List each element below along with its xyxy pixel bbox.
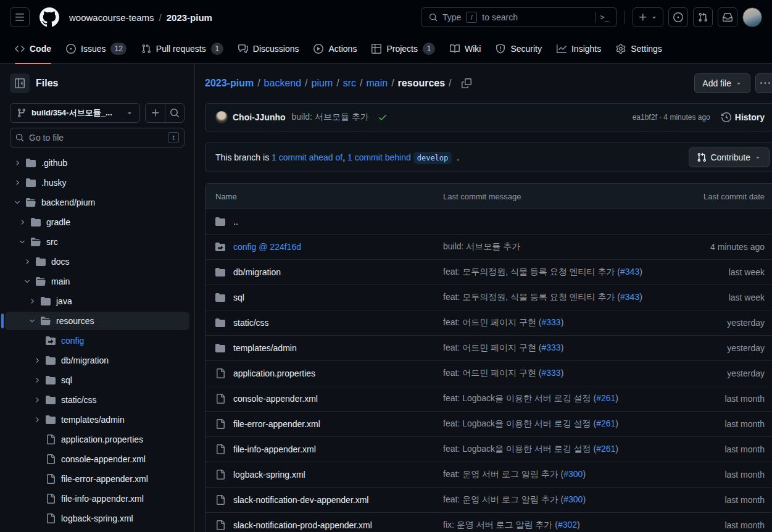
tree-chevron-icon[interactable] bbox=[33, 396, 46, 404]
tree-item-docs[interactable]: docs bbox=[5, 252, 189, 271]
file-name-link[interactable]: templates/admin bbox=[233, 343, 297, 353]
tree-item-src[interactable]: src bbox=[5, 233, 189, 251]
tree-chevron-icon[interactable] bbox=[33, 416, 46, 423]
issue-link[interactable]: #261 bbox=[596, 393, 615, 403]
tree-chevron-icon[interactable] bbox=[33, 357, 46, 364]
tree-item-sql[interactable]: sql bbox=[5, 371, 189, 389]
tree-chevron-icon[interactable] bbox=[14, 179, 26, 186]
tab-wiki[interactable]: Wiki bbox=[445, 35, 486, 64]
file-name-link[interactable]: file-error-appender.xml bbox=[233, 419, 320, 429]
issues-global-button[interactable] bbox=[668, 7, 688, 27]
table-row-file-info-appender[interactable]: file-info-appender.xml feat: Logback을 이용… bbox=[205, 436, 772, 462]
tree-item-templates-admin[interactable]: templates/admin bbox=[5, 410, 189, 429]
issue-link[interactable]: #333 bbox=[541, 343, 560, 352]
issue-link[interactable]: #261 bbox=[596, 444, 615, 454]
tab-insights[interactable]: Insights bbox=[552, 35, 606, 64]
tree-chevron-icon[interactable] bbox=[14, 199, 26, 206]
issue-link[interactable]: #300 bbox=[563, 469, 583, 479]
row-commit-message-link[interactable]: feat: 운영 서버 로그 알림 추가 ( bbox=[443, 494, 563, 504]
tree-item-main[interactable]: main bbox=[5, 272, 189, 291]
table-row-slack-notification-prod[interactable]: slack-notification-prod-appender.xml fix… bbox=[205, 512, 772, 532]
tree-item-resources[interactable]: resources bbox=[5, 312, 189, 330]
table-row-application-properties[interactable]: application.properties feat: 어드민 페이지 구현 … bbox=[205, 360, 772, 386]
tab-projects[interactable]: Projects 1 bbox=[367, 35, 440, 64]
behind-commits-link[interactable]: 1 commit behind bbox=[347, 152, 411, 162]
file-name-link[interactable]: config @ 224f16d bbox=[233, 242, 301, 252]
row-commit-message-link[interactable]: feat: 운영 서버 로그 알림 추가 ( bbox=[443, 469, 563, 479]
tree-item-static-css[interactable]: static/css bbox=[5, 391, 189, 409]
tab-settings[interactable]: Settings bbox=[611, 35, 667, 64]
tree-chevron-icon[interactable] bbox=[23, 278, 36, 285]
copy-path-button[interactable] bbox=[458, 75, 475, 92]
row-commit-message-link[interactable]: fix: 운영 서버 로그 알림 추가 ( bbox=[443, 520, 558, 530]
tree-chevron-icon[interactable] bbox=[33, 376, 46, 384]
tree-item-logback-spring[interactable]: logback-spring.xml bbox=[5, 509, 189, 528]
tab-actions[interactable]: Actions bbox=[309, 35, 362, 64]
collapse-sidebar-button[interactable] bbox=[10, 73, 30, 93]
create-new-button[interactable] bbox=[633, 7, 663, 27]
tree-item-husky[interactable]: .husky bbox=[5, 173, 189, 192]
tab-code[interactable]: Code bbox=[10, 35, 56, 64]
commit-sha-time[interactable]: ea1bf2f · 4 minutes ago bbox=[633, 113, 710, 122]
file-name-link[interactable]: .. bbox=[233, 217, 238, 227]
branch-selector[interactable]: build/354-서브모듈_... bbox=[10, 103, 140, 123]
add-file-button[interactable]: Add file bbox=[694, 73, 750, 93]
search-input[interactable]: Type / to search >_ bbox=[421, 7, 617, 27]
issue-link[interactable]: #302 bbox=[558, 520, 577, 530]
tree-item-backend-pium[interactable]: backend/pium bbox=[5, 193, 189, 212]
row-commit-message-link[interactable]: feat: 모두의정원, 식물 등록 요청 엔티티 추가 ( bbox=[443, 292, 620, 302]
commit-author[interactable]: Choi-JJunho bbox=[233, 112, 286, 122]
tab-discussions[interactable]: Discussions bbox=[233, 35, 304, 64]
table-row-parent[interactable]: .. bbox=[205, 209, 772, 234]
row-commit-message-link[interactable]: feat: 모두의정원, 식물 등록 요청 엔티티 추가 ( bbox=[443, 267, 620, 276]
file-name-link[interactable]: static/css bbox=[233, 318, 269, 328]
file-name-link[interactable]: slack-notification-prod-appender.xml bbox=[233, 520, 372, 530]
issue-link[interactable]: #333 bbox=[541, 317, 560, 327]
tree-item-github[interactable]: .github bbox=[5, 154, 189, 172]
issue-link[interactable]: #333 bbox=[541, 368, 560, 378]
column-header-name[interactable]: Name bbox=[205, 192, 443, 201]
user-avatar[interactable] bbox=[742, 7, 762, 27]
go-to-file-field[interactable]: t bbox=[10, 128, 185, 148]
github-logo[interactable] bbox=[39, 7, 59, 27]
tree-chevron-icon[interactable] bbox=[19, 238, 31, 246]
table-row-file-error-appender[interactable]: file-error-appender.xml feat: Logback을 이… bbox=[205, 411, 772, 436]
file-name-link[interactable]: console-appender.xml bbox=[233, 394, 318, 404]
file-name-link[interactable]: file-info-appender.xml bbox=[233, 444, 316, 454]
table-row-slack-notification-dev[interactable]: slack-notification-dev-appender.xml feat… bbox=[205, 487, 772, 512]
checks-status-icon[interactable] bbox=[378, 112, 388, 122]
file-name-link[interactable]: slack-notification-dev-appender.xml bbox=[233, 495, 368, 505]
row-commit-message-link[interactable]: feat: Logback을 이용한 서버 로깅 설정 ( bbox=[443, 393, 596, 403]
file-name-link[interactable]: sql bbox=[233, 293, 244, 302]
history-button[interactable]: History bbox=[721, 112, 765, 122]
tree-item-db-migration[interactable]: db/migration bbox=[5, 351, 189, 370]
develop-branch-badge[interactable]: develop bbox=[413, 152, 452, 164]
org-link[interactable]: woowacourse-teams bbox=[69, 12, 154, 23]
commit-message-link[interactable]: build: 서브모듈 추가 bbox=[292, 112, 369, 123]
tab-issues[interactable]: Issues 12 bbox=[61, 35, 131, 64]
file-name-link[interactable]: db/migration bbox=[233, 267, 281, 277]
tree-chevron-icon[interactable] bbox=[14, 159, 26, 167]
tree-item-application-properties[interactable]: application.properties bbox=[5, 430, 189, 449]
file-name-link[interactable]: logback-spring.xml bbox=[233, 470, 305, 480]
pull-requests-global-button[interactable] bbox=[693, 7, 713, 27]
search-this-repo-button[interactable] bbox=[165, 104, 184, 122]
tree-chevron-icon[interactable] bbox=[23, 258, 36, 265]
issue-link[interactable]: #261 bbox=[596, 418, 615, 428]
issue-link[interactable]: #343 bbox=[620, 292, 639, 302]
inbox-button[interactable] bbox=[718, 7, 737, 27]
tree-item-console-appender[interactable]: console-appender.xml bbox=[5, 450, 189, 468]
tree-chevron-icon[interactable] bbox=[28, 297, 41, 305]
table-row-static-css[interactable]: static/css feat: 어드민 페이지 구현 (#333) yeste… bbox=[205, 310, 772, 335]
tree-item-file-error-appender[interactable]: file-error-appender.xml bbox=[5, 470, 189, 488]
go-to-file-input[interactable] bbox=[29, 133, 163, 143]
tab-security[interactable]: Security bbox=[491, 35, 547, 64]
row-commit-message-link[interactable]: feat: 어드민 페이지 구현 ( bbox=[443, 368, 541, 378]
table-row-console-appender[interactable]: console-appender.xml feat: Logback을 이용한 … bbox=[205, 386, 772, 411]
contribute-button[interactable]: Contribute bbox=[689, 148, 770, 167]
tab-pull-requests[interactable]: Pull requests 1 bbox=[136, 35, 228, 64]
issue-link[interactable]: #300 bbox=[563, 494, 583, 504]
more-options-button[interactable] bbox=[755, 73, 772, 93]
tree-chevron-icon[interactable] bbox=[19, 218, 31, 226]
tree-chevron-icon[interactable] bbox=[28, 317, 41, 325]
